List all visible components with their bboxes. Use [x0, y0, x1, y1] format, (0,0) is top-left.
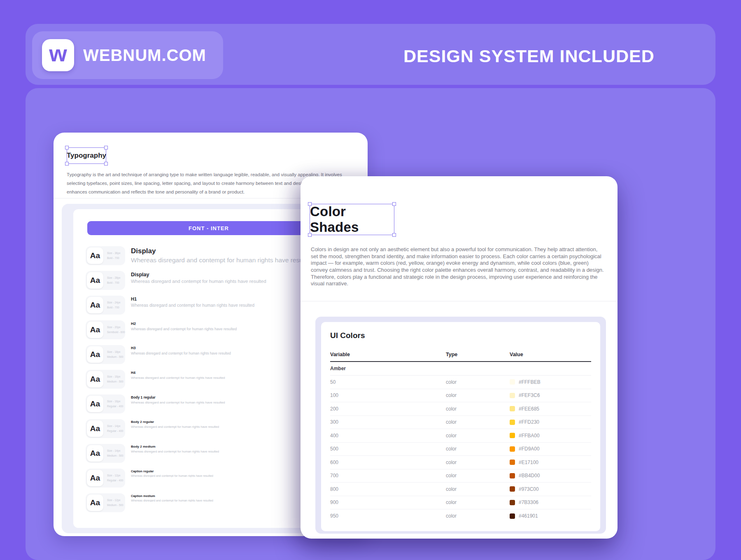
webnum-logo: w — [42, 39, 74, 71]
color-title-selection[interactable]: Color Shades — [310, 204, 394, 235]
type-badge: Aa Size - 28px Bold - 700 — [86, 271, 125, 290]
selection-handle[interactable] — [65, 162, 69, 166]
aa-sample: Aa — [87, 371, 103, 387]
shade-type: color — [446, 460, 510, 465]
type-meta: Size - 16px Medium - 500 — [107, 374, 124, 384]
type-sample-sentence: Whereas disregard and contempt for human… — [131, 425, 219, 429]
type-text: Caption regular Whereas disregard and co… — [131, 469, 213, 477]
shade-value: #E17100 — [510, 460, 591, 465]
type-scale-row: Aa Size - 16px Regular - 400 Body 1 regu… — [86, 394, 336, 413]
shade-variable: 600 — [330, 460, 446, 465]
type-scale-row: Aa Size - 20px Semibold - 600 H2 Whereas… — [86, 320, 336, 339]
type-size-label: Size - 20px — [107, 325, 125, 330]
type-text: H2 Whereas disregard and contempt for hu… — [131, 320, 237, 331]
type-text: Body 2 medium Whereas disregard and cont… — [131, 444, 219, 453]
type-scale-row: Aa Size - 16px Medium - 500 H4 Whereas d… — [86, 370, 336, 389]
color-swatch — [510, 473, 515, 478]
type-style-name: H4 — [131, 371, 225, 375]
color-swatch — [510, 513, 515, 519]
type-meta: Size - 14px Medium - 500 — [107, 448, 124, 458]
shade-variable: 900 — [330, 499, 446, 505]
selection-handle[interactable] — [308, 233, 312, 237]
shade-value: #FEF3C6 — [510, 392, 591, 398]
type-size-label: Size - 28px — [107, 275, 121, 280]
type-meta: Size - 36px Bold - 700 — [107, 251, 121, 260]
shade-hex: #FD9A00 — [519, 446, 540, 452]
type-style-name: Body 2 medium — [131, 445, 219, 448]
color-swatch — [510, 406, 515, 411]
type-meta: Size - 20px Semibold - 600 — [107, 325, 125, 334]
type-style-name: Caption medium — [131, 494, 213, 498]
color-card-title: Color Shades — [310, 204, 394, 235]
color-table-row: 200 color #FEE685 — [330, 402, 591, 416]
type-badge: Aa Size - 36px Bold - 700 — [86, 246, 125, 265]
color-table-row: 950 color #461901 — [330, 509, 591, 523]
ui-colors-panel: UI Colors Variable Type Value Amber 50 c… — [315, 317, 606, 534]
type-badge: Aa Size - 18px Medium - 500 — [86, 345, 125, 364]
type-text: Display Whereas disregard and contempt f… — [131, 246, 313, 264]
ui-colors-card: UI Colors Variable Type Value Amber 50 c… — [321, 322, 600, 531]
type-weight-label: Medium - 500 — [107, 453, 124, 458]
type-style-name: Display — [131, 272, 266, 278]
shade-type: color — [446, 513, 510, 519]
shade-variable: 300 — [330, 419, 446, 425]
type-scale-row: Aa Size - 28px Bold - 700 Display Wherea… — [86, 271, 336, 290]
type-text: H1 Whereas disregard and contempt for hu… — [131, 296, 254, 308]
type-size-label: Size - 24px — [107, 300, 121, 305]
shade-hex: #E17100 — [519, 460, 538, 465]
shade-variable: 500 — [330, 446, 446, 452]
selection-handle[interactable] — [392, 202, 396, 206]
type-style-name: Display — [131, 247, 313, 255]
brand-chip[interactable]: w WEBNUM.COM — [32, 31, 223, 79]
type-sample-sentence: Whereas disregard and contempt for human… — [131, 401, 225, 404]
type-text: Caption medium Whereas disregard and con… — [131, 493, 213, 502]
shade-value: #461901 — [510, 513, 591, 519]
type-badge: Aa Size - 20px Semibold - 600 — [86, 320, 125, 339]
type-meta: Size - 28px Bold - 700 — [107, 275, 121, 285]
type-meta: Size - 12px Medium - 500 — [107, 498, 124, 507]
selection-handle[interactable] — [65, 146, 69, 149]
shade-hex: #BB4D00 — [519, 473, 540, 478]
type-size-label: Size - 36px — [107, 251, 121, 256]
type-meta: Size - 16px Regular - 400 — [107, 399, 123, 408]
shade-type: color — [446, 433, 510, 439]
color-swatch — [510, 500, 515, 505]
type-style-name: H1 — [131, 296, 254, 301]
color-swatch — [510, 393, 515, 398]
type-style-name: H3 — [131, 346, 231, 350]
type-weight-label: Medium - 500 — [107, 503, 124, 508]
selection-handle[interactable] — [308, 202, 312, 206]
shade-hex: #FFFBEB — [519, 379, 541, 385]
type-badge: Aa Size - 16px Medium - 500 — [86, 370, 125, 389]
shade-hex: #FEE685 — [519, 406, 539, 412]
shade-type: color — [446, 419, 510, 425]
shade-value: #973C00 — [510, 486, 591, 492]
typography-title-selection[interactable]: Typography — [67, 147, 106, 164]
page: w WEBNUM.COM DESIGN SYSTEM INCLUDED Typo… — [0, 0, 741, 560]
shade-type: color — [446, 486, 510, 492]
color-swatch — [510, 379, 515, 385]
column-type: Type — [446, 352, 510, 357]
selection-handle[interactable] — [104, 146, 108, 149]
color-swatch — [510, 446, 515, 452]
type-meta: Size - 14px Regular - 400 — [107, 424, 123, 433]
type-style-name: Body 1 regular — [131, 395, 225, 399]
type-badge: Aa Size - 14px Regular - 400 — [86, 419, 125, 438]
logo-w-glyph: w — [49, 42, 67, 65]
color-swatch — [510, 460, 515, 465]
color-table-row: 400 color #FFBA00 — [330, 429, 591, 443]
type-sample-sentence: Whereas disregard and contempt for human… — [131, 474, 213, 477]
color-table: Variable Type Value Amber 50 color #FFFB… — [330, 352, 591, 523]
selection-handle[interactable] — [104, 162, 108, 166]
brand-name: WEBNUM.COM — [83, 46, 206, 65]
color-table-row: 700 color #BB4D00 — [330, 469, 591, 483]
aa-sample: Aa — [87, 495, 103, 511]
type-text: Body 2 regular Whereas disregard and con… — [131, 419, 219, 429]
selection-handle[interactable] — [392, 233, 396, 237]
type-badge: Aa Size - 24px Bold - 700 — [86, 296, 125, 315]
shade-value: #FFBA00 — [510, 433, 591, 439]
type-scale-row: Aa Size - 18px Medium - 500 H3 Whereas d… — [86, 345, 336, 364]
shade-value: #FFFBEB — [510, 379, 591, 385]
shade-type: color — [446, 473, 510, 478]
ui-colors-title: UI Colors — [330, 331, 365, 340]
